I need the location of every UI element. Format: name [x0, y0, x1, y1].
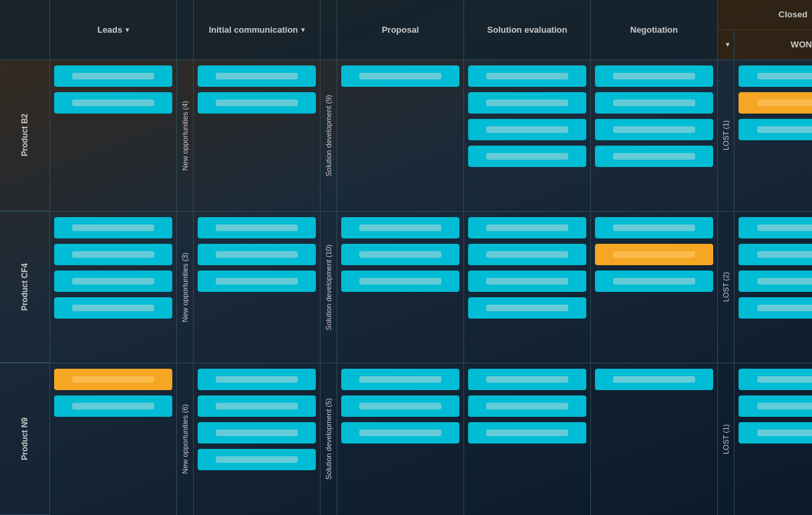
b2-proposal-cell — [337, 60, 464, 211]
n9-sol-dev-label: Solution development (5) — [325, 398, 333, 480]
card-bar — [757, 430, 812, 436]
card-bar — [757, 126, 812, 133]
card-bar — [72, 305, 155, 311]
card-bar — [486, 403, 569, 409]
header-negotiation-label: Negotiation — [630, 25, 678, 35]
list-item[interactable] — [739, 297, 812, 319]
card-bar — [359, 430, 442, 436]
list-item[interactable] — [341, 369, 459, 390]
list-item[interactable] — [54, 395, 172, 417]
list-item[interactable] — [595, 244, 713, 265]
list-item[interactable] — [198, 244, 316, 265]
list-item[interactable] — [468, 146, 586, 167]
header-initial[interactable]: Initial communication ▾ — [194, 0, 321, 60]
list-item[interactable] — [468, 395, 586, 417]
list-item[interactable] — [341, 217, 459, 238]
list-item[interactable] — [468, 369, 586, 390]
list-item[interactable] — [341, 271, 459, 292]
list-item[interactable] — [54, 92, 172, 114]
header-closed: Closed ▾ WON — [718, 0, 812, 60]
list-item[interactable] — [54, 297, 172, 319]
card-bar — [613, 376, 696, 383]
pipeline-container: Leads ▾ Initial communication ▾ Proposal… — [0, 0, 812, 515]
header-solution[interactable]: Solution evaluation — [464, 0, 591, 60]
list-item[interactable] — [739, 271, 812, 292]
list-item[interactable] — [54, 271, 172, 292]
cf4-initial-cell — [194, 212, 321, 363]
list-item[interactable] — [198, 271, 316, 292]
cf4-new-opp-label: New opportunities (3) — [181, 252, 189, 323]
n9-new-opp-cell: New opportunities (6) — [177, 363, 194, 515]
list-item[interactable] — [341, 395, 459, 417]
list-item[interactable] — [198, 92, 316, 114]
list-item[interactable] — [468, 271, 586, 292]
list-item[interactable] — [595, 271, 713, 292]
list-item[interactable] — [595, 217, 713, 238]
list-item[interactable] — [595, 65, 713, 87]
n9-initial-cell — [194, 363, 321, 515]
list-item[interactable] — [739, 369, 812, 390]
list-item[interactable] — [341, 244, 459, 265]
list-item[interactable] — [198, 369, 316, 390]
list-item[interactable] — [739, 92, 812, 114]
list-item[interactable] — [198, 395, 316, 417]
header-leads-label: Leads — [97, 25, 123, 35]
list-item[interactable] — [739, 422, 812, 444]
n9-lost-cell: LOST (1) — [718, 363, 735, 515]
list-item[interactable] — [198, 422, 316, 444]
n9-solution-cell — [464, 363, 591, 515]
card-bar — [486, 251, 569, 258]
list-item[interactable] — [198, 65, 316, 87]
list-item[interactable] — [54, 369, 172, 390]
list-item[interactable] — [468, 422, 586, 444]
cf4-lost-label: LOST (2) — [722, 272, 730, 302]
b2-won-cell — [735, 60, 812, 211]
list-item[interactable] — [595, 92, 713, 114]
list-item[interactable] — [341, 422, 459, 444]
list-item[interactable] — [739, 217, 812, 238]
product-b2-label: Product B2 — [0, 60, 50, 211]
header-won-label: WON — [791, 39, 812, 49]
initial-chevron-icon[interactable]: ▾ — [301, 26, 304, 33]
list-item[interactable] — [198, 449, 316, 470]
cf4-new-opp-cell: New opportunities (3) — [177, 212, 194, 363]
list-item[interactable] — [54, 244, 172, 265]
list-item[interactable] — [595, 369, 713, 390]
header-leads[interactable]: Leads ▾ — [50, 0, 177, 60]
list-item[interactable] — [739, 65, 812, 87]
header-row-label — [0, 0, 50, 60]
card-bar — [359, 403, 442, 409]
header-proposal[interactable]: Proposal — [337, 0, 464, 60]
card-bar — [757, 305, 812, 311]
b2-lost-cell: LOST (1) — [718, 60, 735, 211]
list-item[interactable] — [468, 244, 586, 265]
closed-chevron-icon[interactable]: ▾ — [726, 41, 729, 48]
card-bar — [757, 278, 812, 285]
card-bar — [359, 251, 442, 258]
header-won[interactable]: WON — [735, 30, 812, 60]
list-item[interactable] — [468, 297, 586, 319]
list-item[interactable] — [739, 119, 812, 140]
card-bar — [486, 73, 569, 79]
list-item[interactable] — [739, 395, 812, 417]
list-item[interactable] — [595, 146, 713, 167]
list-item[interactable] — [468, 92, 586, 114]
cf4-negotiation-cell — [591, 212, 718, 363]
list-item[interactable] — [468, 65, 586, 87]
header-row: Leads ▾ Initial communication ▾ Proposal… — [0, 0, 812, 60]
list-item[interactable] — [739, 244, 812, 265]
header-negotiation[interactable]: Negotiation — [591, 0, 718, 60]
leads-chevron-icon[interactable]: ▾ — [126, 26, 129, 33]
list-item[interactable] — [468, 217, 586, 238]
card-bar — [359, 224, 442, 231]
list-item[interactable] — [198, 217, 316, 238]
list-item[interactable] — [54, 217, 172, 238]
list-item[interactable] — [595, 119, 713, 140]
b2-new-opp-cell: New opportunities (4) — [177, 60, 194, 211]
n9-new-opp-label: New opportunities (6) — [181, 404, 189, 474]
list-item[interactable] — [54, 65, 172, 87]
card-bar — [216, 376, 298, 383]
b2-lost-label: LOST (1) — [722, 120, 730, 150]
list-item[interactable] — [468, 119, 586, 140]
list-item[interactable] — [341, 65, 459, 87]
